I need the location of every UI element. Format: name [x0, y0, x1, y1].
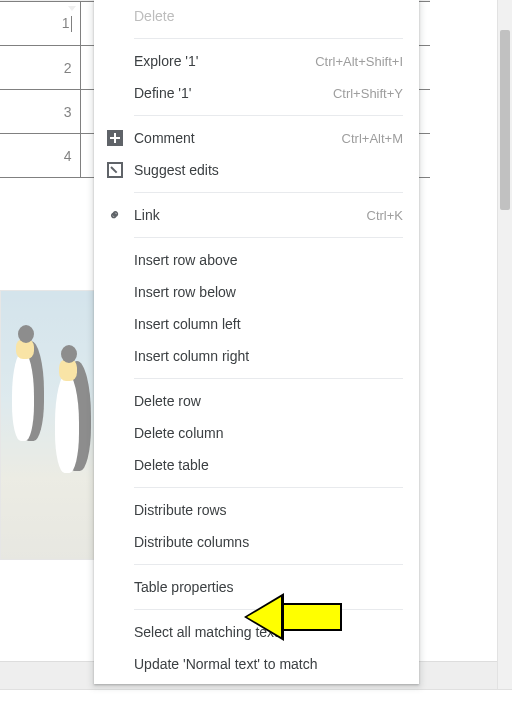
scrollbar-thumb[interactable] — [500, 30, 510, 210]
menu-separator — [134, 192, 403, 193]
menu-update-normal-text[interactable]: Update 'Normal text' to match — [94, 648, 419, 680]
comment-icon — [106, 129, 124, 147]
menu-distribute-columns[interactable]: Distribute columns — [94, 526, 419, 558]
shortcut-label: Ctrl+Shift+Y — [333, 86, 403, 101]
vertical-scrollbar[interactable] — [497, 0, 512, 689]
menu-separator — [134, 237, 403, 238]
menu-delete: Delete — [94, 0, 419, 32]
menu-separator — [134, 564, 403, 565]
shortcut-label: Ctrl+Alt+M — [342, 131, 403, 146]
menu-separator — [134, 487, 403, 488]
menu-delete-table[interactable]: Delete table — [94, 449, 419, 481]
menu-separator — [134, 609, 403, 610]
menu-table-properties[interactable]: Table properties — [94, 571, 419, 603]
suggest-edits-icon — [106, 161, 124, 179]
menu-select-matching-text[interactable]: Select all matching text — [94, 616, 419, 648]
shortcut-label: Ctrl+Alt+Shift+I — [315, 54, 403, 69]
menu-comment[interactable]: CommentCtrl+Alt+M — [94, 122, 419, 154]
bottom-bar — [0, 689, 512, 701]
menu-insert-row-below[interactable]: Insert row below — [94, 276, 419, 308]
menu-distribute-rows[interactable]: Distribute rows — [94, 494, 419, 526]
menu-insert-column-right[interactable]: Insert column right — [94, 340, 419, 372]
menu-insert-column-left[interactable]: Insert column left — [94, 308, 419, 340]
context-menu: Delete Explore '1'Ctrl+Alt+Shift+I Defin… — [94, 0, 419, 684]
menu-separator — [134, 378, 403, 379]
menu-separator — [134, 115, 403, 116]
link-icon: ⚭ — [102, 202, 127, 227]
menu-suggest-edits[interactable]: Suggest edits — [94, 154, 419, 186]
menu-link[interactable]: ⚭LinkCtrl+K — [94, 199, 419, 231]
shortcut-label: Ctrl+K — [367, 208, 403, 223]
menu-separator — [134, 38, 403, 39]
menu-delete-row[interactable]: Delete row — [94, 385, 419, 417]
menu-define[interactable]: Define '1'Ctrl+Shift+Y — [94, 77, 419, 109]
menu-delete-column[interactable]: Delete column — [94, 417, 419, 449]
menu-insert-row-above[interactable]: Insert row above — [94, 244, 419, 276]
menu-explore[interactable]: Explore '1'Ctrl+Alt+Shift+I — [94, 45, 419, 77]
